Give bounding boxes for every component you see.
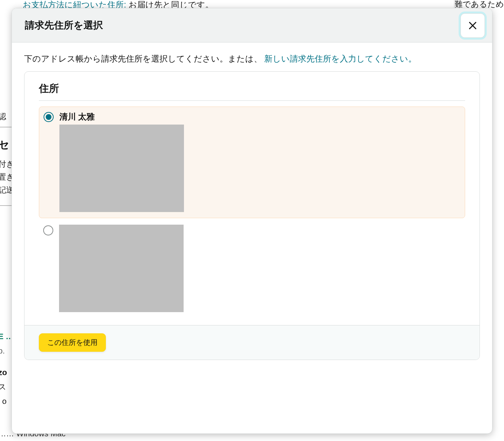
close-icon	[468, 21, 477, 30]
enter-new-address-link[interactable]: 新しい請求先住所を入力してください。	[264, 54, 417, 63]
panel-footer: この住所を使用	[24, 325, 480, 360]
address-radio[interactable]	[44, 112, 54, 122]
address-redacted	[59, 225, 184, 312]
address-option[interactable]	[39, 220, 465, 318]
billing-address-modal: 請求先住所を選択 下のアドレス帳から請求先住所を選択してください。または、 新し…	[12, 8, 492, 434]
modal-title: 請求先住所を選択	[25, 19, 103, 32]
close-button[interactable]	[460, 13, 485, 38]
address-radio[interactable]	[43, 225, 53, 235]
modal-intro-text: 下のアドレス帳から請求先住所を選択してください。または、	[24, 54, 264, 63]
use-this-address-button[interactable]: この住所を使用	[39, 333, 106, 352]
address-text	[59, 225, 184, 312]
modal-intro: 下のアドレス帳から請求先住所を選択してください。または、 新しい請求先住所を入力…	[24, 53, 480, 65]
address-redacted	[59, 125, 184, 212]
modal-header: 請求先住所を選択	[12, 8, 492, 42]
modal-body: 下のアドレス帳から請求先住所を選択してください。または、 新しい請求先住所を入力…	[12, 42, 492, 433]
address-option[interactable]: 清川 太雅	[39, 107, 465, 218]
address-section-title: 住所	[39, 82, 465, 101]
address-text: 清川 太雅	[59, 111, 184, 212]
address-panel: 住所 清川 太雅 新しい住所を追加 この住所を使用	[24, 71, 480, 360]
address-name: 清川 太雅	[59, 111, 184, 122]
